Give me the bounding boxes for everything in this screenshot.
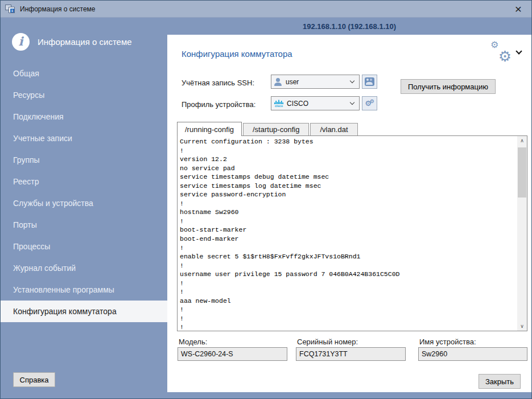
get-information-button[interactable]: Получить информацию bbox=[401, 79, 496, 94]
sidebar-item-connections[interactable]: Подключения bbox=[1, 106, 167, 127]
tab-running-config[interactable]: /running-config bbox=[177, 122, 242, 136]
main-area: 192.168.1.10 (192.168.1.10) Конфигурация… bbox=[167, 18, 531, 398]
tab-vlan-dat[interactable]: /vlan.dat bbox=[310, 123, 357, 135]
sidebar: i Информация о системе Общая Ресурсы Под… bbox=[1, 18, 167, 398]
sidebar-item-resources[interactable]: Ресурсы bbox=[1, 84, 167, 106]
sidebar-item-switch-configuration[interactable]: Конфигурация коммутатора bbox=[1, 301, 167, 322]
sidebar-item-groups[interactable]: Группы bbox=[1, 149, 167, 171]
device-profile-label: Профиль устройства: bbox=[182, 100, 255, 109]
cisco-logo-icon: cisco bbox=[274, 100, 283, 108]
sidebar-item-registry[interactable]: Реестр bbox=[1, 171, 167, 192]
serial-number-field[interactable]: FCQ1731Y3TT bbox=[296, 347, 406, 361]
window-title: Информация о системе bbox=[20, 5, 95, 13]
scrollbar-thumb[interactable] bbox=[518, 147, 526, 198]
gears-icon: ⚙ ⚙ bbox=[489, 42, 513, 62]
content-panel: Конфигурация коммутатора ⚙ ⚙ Учётная зап… bbox=[167, 35, 531, 392]
device-profile-value: CISCO bbox=[287, 100, 308, 108]
page-title: Конфигурация коммутатора bbox=[182, 49, 292, 59]
ssh-account-value: user bbox=[286, 78, 299, 86]
scroll-down-icon[interactable]: ∨ bbox=[517, 322, 527, 331]
model-field[interactable]: WS-C2960-24-S bbox=[178, 347, 287, 361]
config-text[interactable]: Current configuration : 3238 bytes ! ver… bbox=[180, 137, 515, 330]
sidebar-item-accounts[interactable]: Учетные записи bbox=[1, 127, 167, 149]
system-info-window: i Информация о системе × i Информация о … bbox=[0, 0, 532, 399]
app-title: Информация о системе bbox=[38, 37, 132, 47]
device-name-field[interactable]: Sw2960 bbox=[418, 347, 527, 361]
user-icon bbox=[274, 78, 282, 86]
model-label: Модель: bbox=[179, 338, 207, 346]
device-name-label: Имя устройства: bbox=[419, 338, 476, 346]
info-icon: i bbox=[12, 33, 30, 51]
sidebar-item-ports[interactable]: Порты bbox=[1, 214, 167, 236]
config-file-tabs: /running-config /startup-config /vlan.da… bbox=[177, 121, 359, 135]
ssh-account-label: Учётная запись SSH: bbox=[182, 79, 254, 87]
chevron-down-icon bbox=[350, 79, 354, 83]
close-button[interactable]: Закрыть bbox=[479, 374, 521, 389]
close-window-button[interactable]: × bbox=[505, 1, 531, 17]
sidebar-item-services-devices[interactable]: Службы и устройства bbox=[1, 192, 167, 214]
sidebar-item-installed-programs[interactable]: Установленные программы bbox=[1, 279, 167, 301]
chevron-down-icon bbox=[515, 48, 522, 54]
sidebar-item-event-log[interactable]: Журнал событий bbox=[1, 257, 167, 279]
svg-text:cisco: cisco bbox=[275, 104, 283, 108]
config-scrollbar[interactable]: ∧ ∨ bbox=[517, 136, 527, 331]
config-textarea[interactable]: Current configuration : 3238 bytes ! ver… bbox=[177, 135, 527, 331]
sidebar-header: i Информация о системе bbox=[1, 18, 167, 51]
device-profile-select[interactable]: cisco CISCO bbox=[271, 96, 360, 110]
manage-accounts-button[interactable] bbox=[362, 75, 377, 89]
settings-dropdown-button[interactable]: ⚙ ⚙ bbox=[489, 42, 522, 62]
app-icon: i bbox=[5, 5, 15, 13]
chevron-down-icon bbox=[350, 100, 354, 105]
title-bar: i Информация о системе × bbox=[1, 1, 531, 18]
scroll-up-icon[interactable]: ∧ bbox=[517, 136, 527, 145]
sidebar-item-processes[interactable]: Процессы bbox=[1, 236, 167, 257]
host-header: 192.168.1.10 (192.168.1.10) bbox=[167, 18, 531, 35]
tab-startup-config[interactable]: /startup-config bbox=[243, 123, 309, 135]
close-icon: × bbox=[515, 2, 522, 16]
users-icon bbox=[365, 77, 374, 86]
ssh-account-select[interactable]: user bbox=[271, 75, 360, 89]
help-button[interactable]: Справка bbox=[13, 372, 55, 387]
manage-profiles-button[interactable]: ⚙ ⚙ bbox=[362, 96, 377, 110]
sidebar-item-general[interactable]: Общая bbox=[1, 63, 167, 84]
sidebar-nav: Общая Ресурсы Подключения Учетные записи… bbox=[1, 63, 167, 322]
serial-number-label: Серийный номер: bbox=[297, 338, 358, 346]
gears-icon: ⚙ bbox=[370, 98, 374, 104]
